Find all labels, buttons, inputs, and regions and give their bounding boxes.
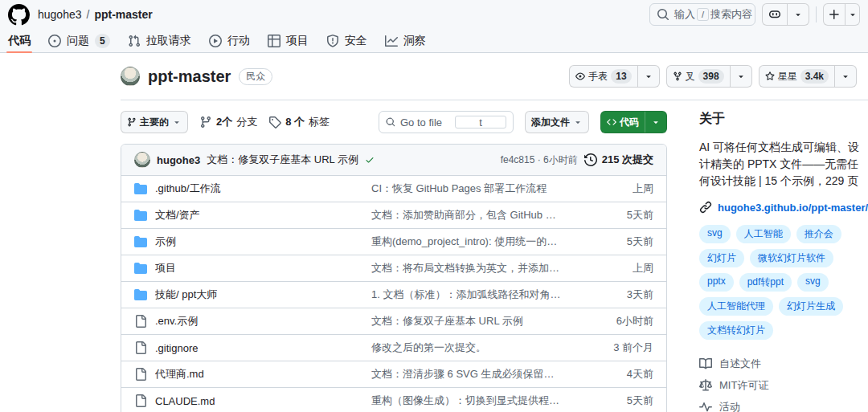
file-name-cell[interactable]: .env.示例	[134, 314, 371, 328]
repo-header: ppt-master 民众 手表 13 叉 398	[121, 53, 868, 100]
copilot-icon	[768, 8, 781, 21]
repo-meta-item[interactable]: MIT许可证	[699, 374, 868, 396]
file-name[interactable]: .gitignore	[155, 342, 198, 354]
file-commit-message[interactable]: 文档：将布局文档转换为英文，并添加中文README文件	[371, 261, 573, 275]
copilot-menu-caret[interactable]	[787, 4, 809, 25]
repo-tab-graph[interactable]: 洞察	[379, 29, 432, 52]
file-commit-message[interactable]: 重构（图像生成）：切换到显式提供程序配置并加以澄清……	[371, 394, 573, 408]
repo-title[interactable]: ppt-master	[148, 67, 231, 86]
topic-pill[interactable]: 推介会	[796, 225, 841, 243]
create-new-button[interactable]	[823, 3, 845, 26]
file-name-cell[interactable]: 文档/资产	[134, 208, 371, 222]
file-commit-message[interactable]: 文档：添加赞助商部分，包含 GitHub 赞助商和支付宝二维码	[371, 208, 573, 222]
code-caret[interactable]	[645, 112, 666, 133]
folder-icon	[134, 209, 147, 222]
file-commit-message[interactable]: 修改之后的第一次提交。	[371, 341, 573, 355]
topic-pill[interactable]: svg	[699, 225, 731, 243]
pulse-icon	[699, 401, 712, 412]
file-name[interactable]: .env.示例	[155, 314, 198, 328]
watch-button[interactable]: 手表 13	[570, 66, 637, 87]
breadcrumb-owner[interactable]: hugohe3	[38, 8, 82, 21]
repo-tab-table[interactable]: 项目	[261, 29, 315, 52]
star-caret[interactable]	[834, 66, 856, 87]
topic-pill[interactable]: pdf转ppt	[739, 273, 792, 292]
file-name[interactable]: 示例	[155, 235, 176, 249]
commit-check-icon[interactable]	[365, 155, 375, 165]
t-key-hint: t	[455, 116, 506, 128]
file-name[interactable]: 技能/ ppt大师	[155, 288, 217, 302]
file-name[interactable]: 项目	[155, 261, 176, 275]
branch-button[interactable]: 主要的	[121, 112, 187, 133]
watch-count: 13	[611, 69, 631, 84]
repo-meta-item[interactable]: 活动	[699, 396, 868, 412]
repo-tab-shield[interactable]: 安全	[320, 29, 374, 52]
star-button[interactable]: 星星 3.4k	[760, 66, 834, 87]
commit-author[interactable]: hugohe3	[157, 154, 200, 166]
file-name-cell[interactable]: 技能/ ppt大师	[134, 288, 371, 302]
fork-caret[interactable]	[730, 66, 751, 87]
repo-tab-code[interactable]: 代码	[2, 29, 37, 52]
add-file-button[interactable]: 添加文件	[526, 112, 588, 133]
tab-icon	[268, 35, 280, 47]
repo-owner-avatar[interactable]	[121, 67, 140, 86]
tab-counter-badge: 5	[95, 34, 110, 48]
commit-author-avatar[interactable]	[134, 152, 150, 168]
branches-link[interactable]: 2个分支	[199, 115, 257, 129]
repo-tab-play[interactable]: 行动	[203, 29, 256, 52]
repo-tab-pr[interactable]: 拉取请求	[121, 29, 198, 52]
file-name-cell[interactable]: CLAUDE.md	[134, 394, 371, 407]
file-commit-time: 6小时前	[573, 314, 653, 328]
repo-meta-item[interactable]: 自述文件	[699, 353, 868, 374]
chevron-down-icon	[172, 117, 182, 127]
copilot-button[interactable]	[763, 4, 787, 25]
file-commit-message[interactable]: CI：恢复 GitHub Pages 部署工作流程	[371, 182, 573, 196]
file-commit-message[interactable]: 文档：澄清步骤 6 SVG 生成必须保留在主代理中并运行 s…	[371, 367, 573, 381]
create-new-caret[interactable]	[845, 3, 860, 26]
table-row: 文档/资产 文档：添加赞助商部分，包含 GitHub 赞助商和支付宝二维码 5天…	[121, 202, 666, 228]
book-icon	[699, 357, 712, 370]
file-commit-message[interactable]: 文档：修复双子座基本 URL 示例	[371, 314, 573, 328]
visibility-badge: 民众	[239, 68, 272, 85]
folder-icon	[134, 182, 147, 195]
topic-pill[interactable]: 幻灯片	[699, 249, 744, 267]
file-name-cell[interactable]: .gitignore	[134, 341, 371, 354]
file-name-cell[interactable]: 代理商.md	[134, 367, 371, 381]
topic-pill[interactable]: pptx	[699, 273, 734, 292]
file-name[interactable]: .github/工作流	[155, 182, 221, 196]
repo-tab-issue[interactable]: 问题 5	[42, 29, 117, 52]
file-name-cell[interactable]: 示例	[134, 235, 371, 249]
file-name[interactable]: CLAUDE.md	[155, 395, 215, 407]
goto-file-input[interactable]: Go to file t	[379, 111, 514, 133]
branch-icon	[199, 116, 212, 128]
commit-history-link[interactable]: 215 次提交	[584, 153, 653, 167]
star-button-group: 星星 3.4k	[759, 65, 857, 88]
repo-meta-list: 自述文件 MIT许可证 活动 3.4k 颗星	[699, 353, 868, 412]
file-commit-message[interactable]: 1. 文档（标准）：添加弧线路径和对角箭头计算规则	[371, 288, 573, 302]
repo-description: AI 可将任何文档生成可编辑、设计精美的 PPTX 文件——无需任何设计技能 |…	[699, 139, 868, 190]
global-search-input[interactable]: 输入/搜索内容	[649, 3, 755, 26]
topic-pill[interactable]: 微软幻灯片软件	[750, 249, 833, 267]
link-icon	[699, 201, 712, 214]
website-link[interactable]: hugohe3.github.io/ppt-master/	[718, 202, 868, 214]
file-name-cell[interactable]: 项目	[134, 261, 371, 275]
topic-pill[interactable]: svg	[797, 273, 829, 292]
table-row: 技能/ ppt大师 1. 文档（标准）：添加弧线路径和对角箭头计算规则 3天前	[121, 281, 666, 308]
topic-pill[interactable]: 幻灯片生成	[779, 297, 843, 316]
commit-message[interactable]: 文档：修复双子座基本 URL 示例	[207, 153, 358, 167]
repo-nav: 代码 问题 5 拉取请求 行动 项目 安全 洞察	[0, 29, 868, 53]
breadcrumb-repo[interactable]: ppt-master	[94, 8, 152, 21]
commit-sha-time[interactable]: fe4c815 · 6小时前	[501, 153, 578, 167]
topic-pill[interactable]: 人工智能代理	[699, 297, 773, 316]
file-name[interactable]: 文档/资产	[155, 208, 200, 222]
topic-pill[interactable]: 人工智能	[736, 225, 791, 243]
fork-button[interactable]: 叉 398	[667, 66, 730, 87]
topic-pill[interactable]: 文档转幻灯片	[699, 321, 773, 340]
file-name[interactable]: 代理商.md	[155, 367, 204, 381]
file-name-cell[interactable]: .github/工作流	[134, 182, 371, 196]
github-logo-icon[interactable]	[8, 4, 30, 26]
watch-caret[interactable]	[637, 66, 659, 87]
star-count: 3.4k	[800, 69, 829, 84]
tags-link[interactable]: 8 个标签	[268, 115, 330, 129]
code-button[interactable]: 代码	[601, 112, 645, 133]
file-commit-message[interactable]: 重构(demo_project_intro): 使用统一的设计重新构建所有 10…	[371, 235, 573, 249]
